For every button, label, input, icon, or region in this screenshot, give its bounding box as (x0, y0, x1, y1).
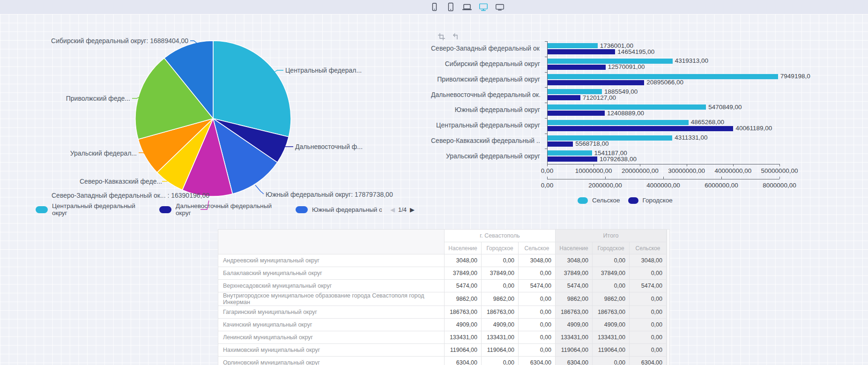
cell-sevastopol: 186763,00 (482, 306, 519, 319)
pivot-table-widget: г. Севастополь Итого Население Городское… (218, 229, 667, 365)
table-row: Верхнесадовский муниципальный округ5474,… (218, 280, 667, 292)
legend-label: Городское (643, 197, 673, 204)
laptop-icon[interactable] (462, 2, 472, 12)
pie-legend: Центральный федеральный округ Дальневост… (36, 202, 415, 216)
row-label: Ленинский муниципальный округ (218, 331, 445, 344)
legend-item-centralny[interactable]: Центральный федеральный округ (36, 202, 151, 216)
pie-label-privolzhsky: Приволжский феде... (56, 95, 130, 102)
bar-selskoe[interactable] (547, 135, 672, 141)
cell-itogo: 119064,00 (593, 344, 630, 357)
legend-item-gorodskoe[interactable]: Городское (628, 197, 673, 204)
legend-item-yuzhny[interactable]: Южный федеральный ок (296, 206, 382, 213)
legend-item-selskoe[interactable]: Сельское (578, 197, 620, 204)
tv-icon[interactable] (495, 2, 505, 12)
bar-gorodskoe[interactable] (547, 80, 644, 85)
bar-gorodskoe[interactable] (547, 156, 597, 162)
bar-selskoe[interactable] (547, 43, 598, 48)
cell-itogo: 0,00 (630, 319, 667, 331)
desktop-icon[interactable] (478, 2, 489, 12)
primary-axis-tick-label: 40000000,00 (711, 167, 756, 174)
secondary-axis-tick-label: 6000000,00 (699, 182, 744, 189)
cell-sevastopol: 0,00 (519, 319, 556, 331)
col-header-selskoe: Сельское (630, 242, 667, 254)
bar-value-label: 12408889,00 (607, 110, 644, 117)
secondary-axis-tick-label: 8000000,00 (757, 182, 802, 189)
cell-itogo: 186763,00 (593, 306, 630, 319)
bar-chart-widget: Северо-Западный федеральный ок...1736001… (431, 28, 821, 216)
cell-sevastopol: 4909,00 (482, 319, 519, 331)
row-label: Внутригородское муниципальное образовани… (218, 292, 445, 306)
mobile-large-icon[interactable] (445, 2, 456, 12)
cell-sevastopol: 0,00 (482, 357, 519, 365)
col-header-gorodskoe: Городское (482, 242, 519, 254)
bar-value-label: 5568718,00 (575, 140, 608, 147)
legend-label: Центральный федеральный округ (52, 202, 151, 216)
col-header-naselenie: Население (556, 242, 593, 254)
legend-item-dalnevostochny[interactable]: Дальневосточный федеральный округ (159, 202, 287, 216)
primary-axis-tick-label: 50000000,00 (757, 167, 802, 174)
cell-itogo: 0,00 (630, 292, 667, 306)
cell-itogo: 0,00 (593, 254, 630, 267)
row-label: Гагаринский муниципальный округ (218, 306, 445, 319)
legend-next-icon[interactable]: ▶ (410, 206, 415, 213)
secondary-axis-tick-label: 4000000,00 (641, 182, 686, 189)
bar-value-label: 4865268,00 (691, 119, 724, 126)
bar-gorodskoe[interactable] (547, 126, 733, 131)
cell-itogo: 0,00 (630, 331, 667, 344)
cell-itogo: 0,00 (593, 357, 630, 365)
bar-gorodskoe[interactable] (547, 95, 580, 100)
bar-gorodskoe[interactable] (547, 65, 606, 70)
legend-label: Сельское (592, 197, 620, 204)
bar-value-label: 7949198,0 (780, 73, 810, 80)
primary-axis-tick-label: 20000000,00 (617, 167, 662, 174)
category-axis (547, 41, 548, 164)
bar-selskoe[interactable] (547, 59, 673, 64)
bar-selskoe[interactable] (547, 89, 602, 94)
crop-icon[interactable] (438, 33, 445, 41)
bar-gorodskoe[interactable] (547, 111, 605, 116)
bar-value-label: 12570091,00 (608, 63, 645, 70)
bar-gorodskoe[interactable] (547, 142, 573, 147)
cell-sevastopol: 133431,00 (482, 331, 519, 344)
table-row: Орлиновский муниципальный округ6304,000,… (218, 357, 667, 365)
cell-itogo: 186763,00 (556, 306, 593, 319)
cell-itogo: 133431,00 (556, 331, 593, 344)
bar-category-label: Уральский федеральный округ (431, 152, 540, 160)
legend-swatch (578, 197, 588, 204)
cell-sevastopol: 9862,00 (482, 292, 519, 306)
bar-selskoe[interactable] (547, 150, 592, 156)
table-scrollbar[interactable] (667, 229, 670, 365)
cell-sevastopol: 37849,00 (482, 267, 519, 280)
cell-sevastopol: 0,00 (482, 254, 519, 267)
bar-category-label: Северо-Кавказский федеральный ... (431, 137, 540, 144)
bar-value-label: 20895066,00 (646, 79, 683, 86)
table-row: Балаклавский муниципальный округ37849,00… (218, 267, 667, 280)
mobile-small-icon[interactable] (429, 2, 439, 12)
bar-selskoe[interactable] (547, 74, 778, 79)
cell-itogo: 3048,00 (630, 254, 667, 267)
bar-category-label: Приволжский федеральный округ (431, 75, 540, 83)
col-header-selskoe: Сельское (519, 242, 556, 254)
cell-sevastopol: 9862,00 (445, 292, 482, 306)
cell-sevastopol: 6304,00 (445, 357, 482, 365)
cell-sevastopol: 6304,00 (519, 357, 556, 365)
undo-icon[interactable] (452, 33, 460, 41)
column-group-itogo: Итого (556, 230, 667, 242)
cell-itogo: 0,00 (630, 267, 667, 280)
cell-sevastopol: 0,00 (519, 292, 556, 306)
cell-itogo: 4909,00 (593, 319, 630, 331)
cell-itogo: 119064,00 (556, 344, 593, 357)
legend-prev-icon[interactable]: ◀ (390, 206, 395, 213)
bar-category-label: Южный федеральный округ (431, 106, 540, 113)
secondary-axis-tick-label: 0,00 (525, 182, 570, 189)
legend-swatch (628, 197, 638, 204)
bar-selskoe[interactable] (547, 120, 689, 125)
bar-selskoe[interactable] (547, 104, 706, 110)
chart-toolbar (438, 33, 460, 41)
pie-label-centralny: Центральный федерал... (285, 67, 362, 74)
cell-sevastopol: 0,00 (519, 344, 556, 357)
bar-gorodskoe[interactable] (547, 49, 615, 54)
bar-value-label: 4311331,00 (675, 134, 707, 141)
pie-label-sevkavkaz: Северо-Кавказский феде... (80, 178, 160, 185)
secondary-axis-tick-label: 2000000,00 (583, 182, 628, 189)
